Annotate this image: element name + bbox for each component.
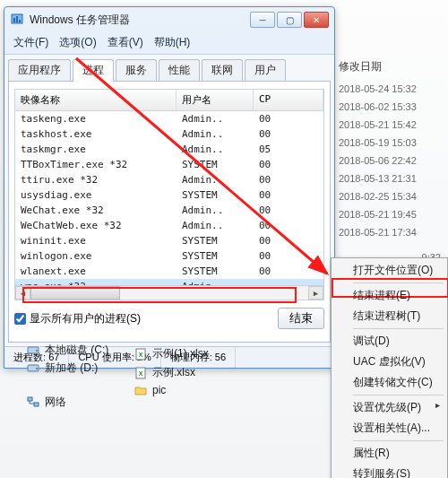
menu-item[interactable]: 文件(F)	[13, 35, 48, 50]
svg-point-8	[36, 368, 38, 369]
bg-date: 2018-05-19 15:03	[332, 134, 448, 152]
svg-rect-3	[19, 20, 21, 22]
tab-4[interactable]: 联网	[202, 59, 243, 82]
minimize-button[interactable]: ─	[250, 12, 275, 28]
ctx-separator	[353, 440, 444, 441]
bg-date: 2018-02-25 15:34	[332, 187, 448, 205]
menu-item[interactable]: 选项(O)	[59, 35, 96, 50]
menu-item[interactable]: 查看(V)	[108, 35, 143, 50]
ctx-item[interactable]: 调试(D)	[332, 331, 447, 352]
show-all-users-label: 显示所有用户的进程(S)	[30, 311, 141, 326]
tab-5[interactable]: 用户	[245, 59, 286, 82]
ctx-item[interactable]: 结束进程(E)	[332, 285, 447, 306]
scroll-track[interactable]	[30, 286, 308, 300]
process-row[interactable]: TTBoxTimer.exe *32SYSTEM00	[15, 157, 323, 172]
ctx-item[interactable]: UAC 虚拟化(V)	[332, 352, 447, 372]
process-row[interactable]: taskhost.exeAdmin..00	[15, 126, 323, 142]
process-row[interactable]: winlogon.exeSYSTEM00	[15, 248, 323, 264]
ctx-separator	[353, 328, 444, 329]
ctx-item[interactable]: 设置相关性(A)...	[332, 418, 447, 439]
bg-date: 2018-05-24 15:32	[332, 80, 448, 98]
scroll-thumb[interactable]	[30, 286, 120, 300]
bg-date: 2018-05-21 19:45	[332, 205, 448, 223]
bg-date: 2018-05-13 21:31	[332, 169, 448, 187]
titlebar[interactable]: Windows 任务管理器 ─ ▢ ✕	[4, 7, 334, 32]
scroll-right-icon[interactable]: ▶	[308, 286, 323, 300]
process-table: 映像名称 用户名 CP taskeng.exeAdmin..00taskhost…	[14, 89, 324, 300]
h-scrollbar[interactable]: ◀ ▶	[15, 285, 323, 300]
maximize-button[interactable]: ▢	[277, 12, 302, 28]
ctx-item[interactable]: 结束进程树(T)	[332, 306, 447, 326]
ctx-item[interactable]: 转到服务(S)	[332, 464, 447, 478]
menu-item[interactable]: 帮助(H)	[154, 35, 191, 50]
tab-strip: 应用程序进程服务性能联网用户	[8, 59, 331, 82]
process-row[interactable]: taskeng.exeAdmin..00	[15, 111, 323, 126]
bg-date: 2018-05-06 22:42	[332, 152, 448, 169]
col-user[interactable]: 用户名	[177, 90, 254, 110]
process-row[interactable]: ttiru.exe *32Admin..00	[15, 172, 323, 187]
local-disk-c[interactable]: 本地磁盘 (C:)	[7, 341, 133, 359]
ctx-item[interactable]: 设置优先级(P)	[332, 397, 447, 418]
menu-bar: 文件(F)选项(O)查看(V)帮助(H)	[4, 32, 334, 54]
close-button[interactable]: ✕	[304, 12, 329, 28]
tab-0[interactable]: 应用程序	[8, 59, 71, 82]
bg-date: 2018-05-21 15:42	[332, 116, 448, 134]
col-image-name[interactable]: 映像名称	[15, 90, 177, 110]
svg-text:X: X	[139, 370, 143, 377]
ctx-item[interactable]: 属性(R)	[332, 443, 447, 464]
task-manager-window: Windows 任务管理器 ─ ▢ ✕ 文件(F)选项(O)查看(V)帮助(H)…	[4, 6, 335, 369]
fs-sidebar: 本地磁盘 (C:)新加卷 (D:)网络	[7, 341, 133, 411]
bg-date: 2018-05-21 17:34	[332, 223, 448, 241]
show-all-users-input[interactable]	[14, 313, 26, 325]
context-menu: 打开文件位置(O)结束进程(E)结束进程树(T)调试(D)UAC 虚拟化(V)创…	[331, 257, 448, 478]
network[interactable]: 网络	[7, 393, 133, 411]
ctx-item[interactable]: 打开文件位置(O)	[332, 260, 447, 281]
svg-text:X: X	[139, 352, 143, 358]
svg-rect-2	[16, 16, 18, 22]
svg-rect-9	[28, 397, 32, 401]
process-row[interactable]: WeChatWeb.exe *32Admin..00	[15, 218, 323, 233]
show-all-users-checkbox[interactable]: 显示所有用户的进程(S)	[14, 311, 141, 326]
process-table-head[interactable]: 映像名称 用户名 CP	[15, 90, 323, 111]
ctx-separator	[353, 282, 444, 283]
svg-point-6	[36, 350, 38, 352]
file-xlsx-2[interactable]: X示例.xlsx	[134, 365, 209, 380]
scroll-left-icon[interactable]: ◀	[15, 286, 30, 300]
process-row[interactable]: wlanext.exeSYSTEM00	[15, 264, 323, 279]
process-row[interactable]: taskmgr.exeAdmin..05	[15, 142, 323, 157]
process-row[interactable]: wps.exe *32Admin	[15, 279, 323, 285]
app-icon	[10, 13, 24, 27]
ctx-item[interactable]: 创建转储文件(C)	[332, 372, 447, 393]
processes-panel: 映像名称 用户名 CP taskeng.exeAdmin..00taskhost…	[8, 81, 331, 343]
bg-date: 2018-06-02 15:33	[332, 98, 448, 116]
process-row[interactable]: usysdiag.exeSYSTEM00	[15, 187, 323, 203]
end-process-button[interactable]: 结束	[278, 308, 324, 329]
ctx-separator	[353, 395, 444, 395]
tab-1[interactable]: 进程	[73, 59, 114, 82]
col-cpu[interactable]: CP	[254, 90, 323, 110]
folder-pic[interactable]: pic	[134, 384, 209, 396]
fs-file-list: X示例(1).xlsxX示例.xlsxpic	[134, 346, 209, 396]
tab-3[interactable]: 性能	[159, 59, 200, 82]
process-row[interactable]: WeChat.exe *32Admin..00	[15, 203, 323, 218]
new-volume[interactable]: 新加卷 (D:)	[7, 359, 133, 377]
bg-col-header: 修改日期	[332, 54, 448, 80]
svg-rect-1	[13, 18, 15, 22]
tab-2[interactable]: 服务	[116, 59, 157, 82]
process-row[interactable]: wininit.exeSYSTEM00	[15, 233, 323, 248]
file-xlsx-1[interactable]: X示例(1).xlsx	[134, 346, 209, 361]
window-title: Windows 任务管理器	[30, 13, 250, 28]
